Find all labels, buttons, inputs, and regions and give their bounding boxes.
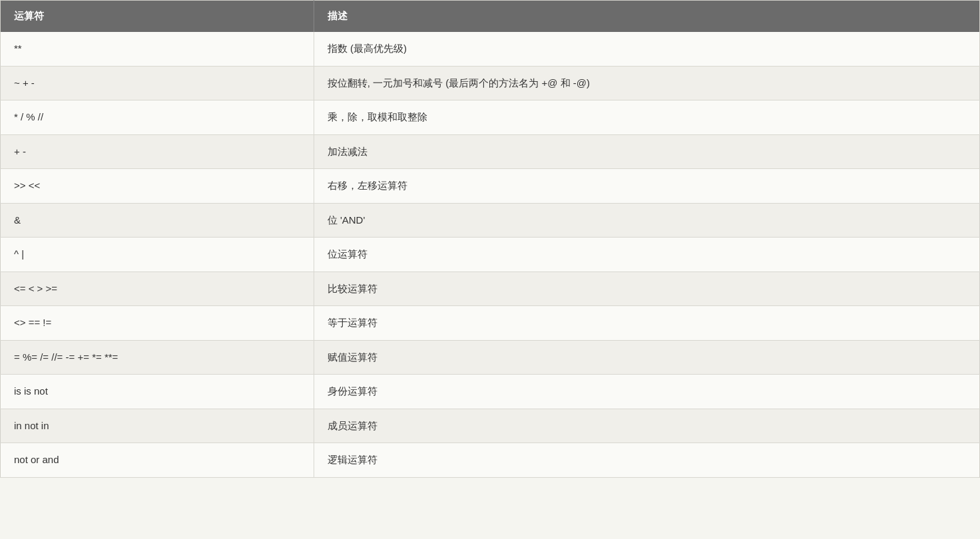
table-row: = %= /= //= -= += *= **=赋值运算符 xyxy=(1,340,980,375)
description-cell: 按位翻转, 一元加号和减号 (最后两个的方法名为 +@ 和 -@) xyxy=(314,66,979,100)
table-row: ^ |位运算符 xyxy=(1,238,980,272)
table-row: **指数 (最高优先级) xyxy=(1,32,980,66)
table-row: + -加法减法 xyxy=(1,134,980,169)
table-row: <> == !=等于运算符 xyxy=(1,306,980,341)
table-row: >> <<右移，左移运算符 xyxy=(1,169,980,204)
operators-table: 运算符 描述 **指数 (最高优先级)~ + -按位翻转, 一元加号和减号 (最… xyxy=(0,0,980,478)
table-row: ~ + -按位翻转, 一元加号和减号 (最后两个的方法名为 +@ 和 -@) xyxy=(1,66,980,100)
description-cell: 乘，除，取模和取整除 xyxy=(314,100,979,135)
operator-cell: = %= /= //= -= += *= **= xyxy=(1,340,314,375)
operator-cell: >> << xyxy=(1,169,314,204)
description-cell: 赋值运算符 xyxy=(314,340,979,375)
table-row: &位 'AND' xyxy=(1,203,980,238)
description-cell: 逻辑运算符 xyxy=(314,443,979,478)
operator-cell: <> == != xyxy=(1,306,314,341)
operator-cell: in not in xyxy=(1,409,314,443)
operator-cell: ~ + - xyxy=(1,66,314,100)
table-row: not or and逻辑运算符 xyxy=(1,443,980,478)
header-description: 描述 xyxy=(314,1,979,33)
description-cell: 右移，左移运算符 xyxy=(314,169,979,204)
operator-cell: * / % // xyxy=(1,100,314,135)
table-row: * / % //乘，除，取模和取整除 xyxy=(1,100,980,135)
table-row: is is not身份运算符 xyxy=(1,375,980,409)
description-cell: 位 'AND' xyxy=(314,203,979,238)
operator-cell: & xyxy=(1,203,314,238)
operator-cell: is is not xyxy=(1,375,314,409)
description-cell: 比较运算符 xyxy=(314,271,979,306)
header-operator: 运算符 xyxy=(1,1,314,33)
operator-cell: ** xyxy=(1,32,314,66)
description-cell: 身份运算符 xyxy=(314,375,979,409)
operator-cell: ^ | xyxy=(1,238,314,272)
operator-cell: + - xyxy=(1,134,314,169)
description-cell: 加法减法 xyxy=(314,134,979,169)
description-cell: 位运算符 xyxy=(314,238,979,272)
operator-cell: <= < > >= xyxy=(1,271,314,306)
table-row: <= < > >=比较运算符 xyxy=(1,271,980,306)
table-row: in not in成员运算符 xyxy=(1,409,980,443)
description-cell: 成员运算符 xyxy=(314,409,979,443)
table-header-row: 运算符 描述 xyxy=(1,1,980,33)
operator-cell: not or and xyxy=(1,443,314,478)
description-cell: 等于运算符 xyxy=(314,306,979,341)
table-body: **指数 (最高优先级)~ + -按位翻转, 一元加号和减号 (最后两个的方法名… xyxy=(1,32,980,477)
description-cell: 指数 (最高优先级) xyxy=(314,32,979,66)
